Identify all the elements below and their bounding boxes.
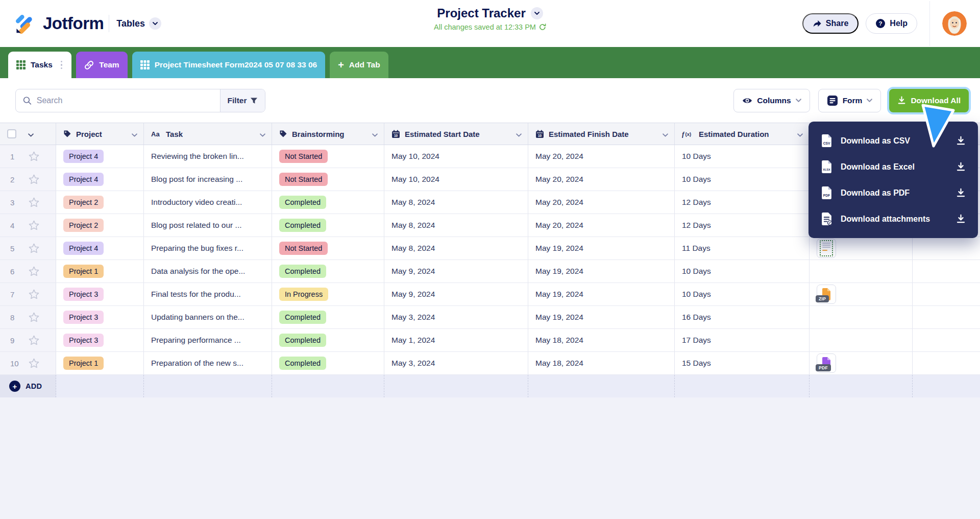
- cell-brainstorming[interactable]: Not Started: [272, 168, 384, 191]
- star-icon[interactable]: [29, 174, 39, 184]
- cell-finish-date[interactable]: May 18, 2024: [528, 329, 675, 351]
- star-icon[interactable]: [29, 358, 39, 368]
- cell-start-date[interactable]: May 8, 2024: [384, 191, 528, 214]
- cell-duration[interactable]: 12 Days: [675, 214, 810, 237]
- cell-start-date[interactable]: May 9, 2024: [384, 260, 528, 282]
- star-icon[interactable]: [29, 289, 39, 299]
- cell-project[interactable]: Project 4: [56, 145, 144, 168]
- cell-finish-date[interactable]: May 19, 2024: [528, 283, 675, 305]
- download-all-button[interactable]: Download All: [889, 89, 969, 112]
- star-icon[interactable]: [29, 243, 39, 253]
- cell-duration[interactable]: 15 Days: [675, 352, 810, 374]
- cell-brainstorming[interactable]: Completed: [272, 352, 384, 374]
- cell-finish-date[interactable]: May 20, 2024: [528, 145, 675, 168]
- cell-start-date[interactable]: May 10, 2024: [384, 145, 528, 168]
- cell-project[interactable]: Project 3: [56, 329, 144, 351]
- cell-brainstorming[interactable]: Completed: [272, 191, 384, 214]
- cell-duration[interactable]: 11 Days: [675, 237, 810, 260]
- cell-duration[interactable]: 10 Days: [675, 168, 810, 191]
- cell-attachment[interactable]: [810, 237, 913, 260]
- cell-brainstorming[interactable]: Completed: [272, 260, 384, 282]
- cell-extra[interactable]: [913, 237, 980, 260]
- star-icon[interactable]: [29, 151, 39, 161]
- star-icon[interactable]: [29, 266, 39, 276]
- cell-duration[interactable]: 17 Days: [675, 329, 810, 351]
- cell-attachment[interactable]: [810, 306, 913, 328]
- cell-task[interactable]: Reviewing the broken lin...: [144, 145, 272, 168]
- cell-attachment[interactable]: [810, 329, 913, 351]
- cell-finish-date[interactable]: May 19, 2024: [528, 237, 675, 260]
- column-header-select[interactable]: [0, 123, 56, 145]
- tab-project[interactable]: Project Timesheet Form2024 05 07 08 33 0…: [132, 52, 326, 78]
- cell-duration[interactable]: 10 Days: [675, 260, 810, 282]
- cell-task[interactable]: Introductory video creati...: [144, 191, 272, 214]
- cell-start-date[interactable]: May 1, 2024: [384, 329, 528, 351]
- cell-duration[interactable]: 10 Days: [675, 145, 810, 168]
- menu-item-download-as-csv[interactable]: CSV Download as CSV: [808, 128, 978, 154]
- cell-extra[interactable]: [913, 352, 980, 374]
- column-header-duration[interactable]: f(x)Estimated Duration: [675, 123, 810, 145]
- cell-task[interactable]: Blog post related to our ...: [144, 214, 272, 237]
- cell-finish-date[interactable]: May 20, 2024: [528, 168, 675, 191]
- user-avatar[interactable]: [942, 11, 967, 36]
- cell-brainstorming[interactable]: Not Started: [272, 145, 384, 168]
- cell-project[interactable]: Project 4: [56, 237, 144, 260]
- star-icon[interactable]: [29, 220, 39, 230]
- cell-attachment[interactable]: PDF: [810, 352, 913, 374]
- cell-project[interactable]: Project 2: [56, 214, 144, 237]
- column-header-start[interactable]: 10Estimated Start Date: [384, 123, 528, 145]
- add-row-button[interactable]: + ADD: [0, 375, 56, 397]
- cell-finish-date[interactable]: May 19, 2024: [528, 306, 675, 328]
- cell-project[interactable]: Project 1: [56, 352, 144, 374]
- cell-duration[interactable]: 12 Days: [675, 191, 810, 214]
- attachment-image[interactable]: [817, 239, 836, 258]
- attachment-pdf[interactable]: PDF: [817, 353, 836, 373]
- cell-extra[interactable]: [913, 306, 980, 328]
- star-icon[interactable]: [29, 312, 39, 322]
- cell-extra[interactable]: [913, 260, 980, 282]
- column-header-project[interactable]: Project: [56, 123, 144, 145]
- help-button[interactable]: ? Help: [866, 13, 917, 34]
- cell-attachment[interactable]: ZIP: [810, 283, 913, 305]
- cell-task[interactable]: Updating banners on the...: [144, 306, 272, 328]
- cell-project[interactable]: Project 4: [56, 168, 144, 191]
- product-switcher[interactable]: Tables: [116, 17, 161, 30]
- star-icon[interactable]: [29, 335, 39, 345]
- cell-start-date[interactable]: May 10, 2024: [384, 168, 528, 191]
- cell-finish-date[interactable]: May 18, 2024: [528, 352, 675, 374]
- search-input[interactable]: [37, 96, 213, 105]
- product-chevron[interactable]: [149, 17, 161, 30]
- cell-extra[interactable]: [913, 329, 980, 351]
- cell-finish-date[interactable]: May 20, 2024: [528, 214, 675, 237]
- cell-task[interactable]: Data analysis for the ope...: [144, 260, 272, 282]
- title-chevron[interactable]: [531, 7, 543, 19]
- cell-brainstorming[interactable]: Completed: [272, 306, 384, 328]
- cell-start-date[interactable]: May 8, 2024: [384, 237, 528, 260]
- column-header-finish[interactable]: 10Estimated Finish Date: [528, 123, 675, 145]
- cell-finish-date[interactable]: May 20, 2024: [528, 191, 675, 214]
- cell-task[interactable]: Preparing performance ...: [144, 329, 272, 351]
- share-button[interactable]: Share: [802, 13, 859, 34]
- menu-item-download-as-pdf[interactable]: PDF Download as PDF: [808, 180, 978, 206]
- cell-task[interactable]: Final tests for the produ...: [144, 283, 272, 305]
- cell-brainstorming[interactable]: Completed: [272, 214, 384, 237]
- cell-start-date[interactable]: May 3, 2024: [384, 352, 528, 374]
- select-all-checkbox[interactable]: [7, 129, 16, 138]
- menu-item-download-attachments[interactable]: Download attachments: [808, 206, 978, 232]
- cell-project[interactable]: Project 3: [56, 306, 144, 328]
- cell-start-date[interactable]: May 3, 2024: [384, 306, 528, 328]
- cell-task[interactable]: Preparing the bug fixes r...: [144, 237, 272, 260]
- cell-project[interactable]: Project 1: [56, 260, 144, 282]
- cell-project[interactable]: Project 3: [56, 283, 144, 305]
- cell-finish-date[interactable]: May 19, 2024: [528, 260, 675, 282]
- filter-button[interactable]: Filter: [220, 89, 265, 112]
- columns-button[interactable]: Columns: [733, 89, 810, 112]
- cell-task[interactable]: Blog post for increasing ...: [144, 168, 272, 191]
- tab-menu-icon[interactable]: [60, 59, 64, 72]
- column-header-brainstorming[interactable]: Brainstorming: [272, 123, 384, 145]
- menu-item-download-as-excel[interactable]: XLSX Download as Excel: [808, 154, 978, 180]
- star-icon[interactable]: [29, 197, 39, 207]
- cell-attachment[interactable]: [810, 260, 913, 282]
- cell-brainstorming[interactable]: Not Started: [272, 237, 384, 260]
- cell-duration[interactable]: 10 Days: [675, 283, 810, 305]
